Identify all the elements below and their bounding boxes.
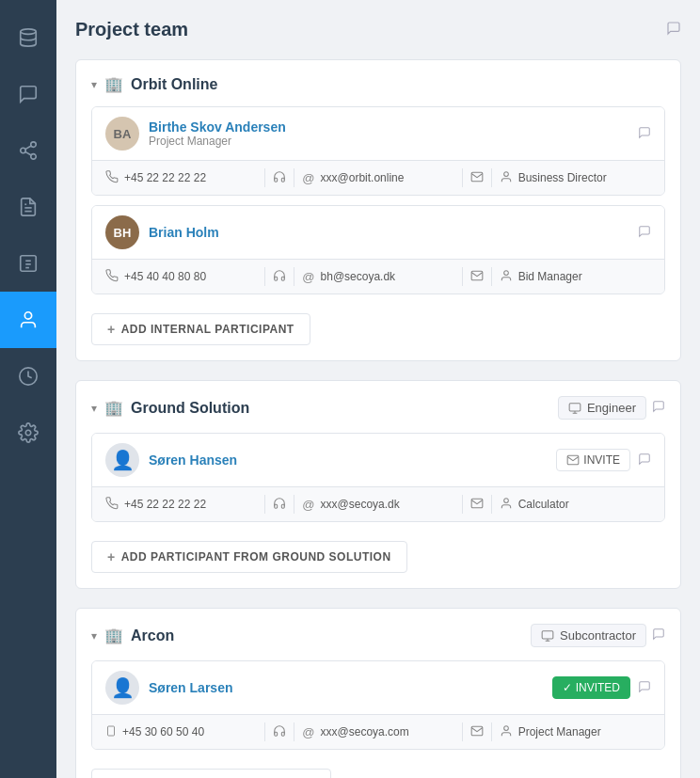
headset-icon[interactable]	[273, 170, 286, 186]
divider	[462, 267, 463, 286]
person-chat-icon[interactable]	[638, 225, 651, 241]
section-header: ▾ 🏢 Arcon Subcontractor	[91, 624, 665, 647]
sidebar-item-tasks[interactable]	[0, 235, 56, 292]
person-role: Project Manager	[149, 135, 628, 148]
sidebar-item-settings[interactable]	[0, 405, 56, 461]
email-address: bh@secoya.dk	[321, 270, 396, 283]
sidebar-item-chat[interactable]	[0, 66, 56, 122]
divider	[462, 722, 463, 741]
person-title: Business Director	[518, 171, 607, 184]
person-name[interactable]: Søren Hansen	[149, 453, 547, 468]
phone-icon	[105, 724, 117, 740]
add-participant-button[interactable]: + ADD PARTICIPANT FROM GROUND SOLUTION	[91, 541, 407, 573]
svg-line-5	[25, 146, 31, 150]
person-actions	[638, 225, 651, 241]
svg-point-16	[503, 270, 508, 275]
contact-row: +45 40 40 80 80 @ bh@secoya.dk Bid Manag…	[92, 259, 664, 294]
person-card-brian: BH Brian Holm +45 40 40 80 80	[91, 205, 665, 294]
phone-item: +45 40 40 80 80	[105, 269, 257, 285]
title-item: Business Director	[500, 170, 651, 186]
phone-number: +45 30 60 50 40	[122, 725, 204, 738]
person-name[interactable]: Brian Holm	[149, 225, 628, 240]
section-title: Ground Solution	[131, 400, 249, 417]
section-header: ▾ 🏢 Ground Solution Engineer	[91, 396, 665, 420]
person-actions: ✓ INVITED	[552, 676, 651, 699]
headset-icon[interactable]	[273, 497, 286, 513]
page-header: Project team	[75, 19, 681, 40]
svg-point-20	[503, 498, 508, 502]
person-header: 👤 Søren Hansen INVITE	[92, 434, 664, 486]
invited-button[interactable]: ✓ INVITED	[552, 676, 630, 699]
person-chat-icon[interactable]	[638, 680, 651, 696]
phone-icon	[105, 170, 119, 186]
person-info: Brian Holm	[149, 225, 628, 240]
person-info: Søren Larsen	[149, 680, 543, 695]
email-icon[interactable]	[470, 269, 484, 285]
plus-icon: +	[107, 549, 116, 564]
invite-button[interactable]: INVITE	[556, 449, 630, 471]
svg-point-26	[503, 725, 508, 730]
divider	[264, 722, 265, 741]
avatar: 👤	[105, 671, 139, 705]
section-badge: Engineer	[558, 396, 665, 420]
section-chat-icon[interactable]	[652, 627, 665, 643]
email-address: xxx@secoya.dk	[321, 498, 400, 511]
phone-item: +45 30 60 50 40	[105, 724, 257, 740]
contact-row: +45 22 22 22 22 @ xxx@orbit.online Busin…	[92, 160, 664, 195]
divider	[491, 168, 492, 187]
sections-container: ▾ 🏢 Orbit Online BA Birthe Skov Andersen…	[75, 59, 681, 778]
add-participant-label: ADD INTERNAL PARTICIPANT	[121, 323, 294, 336]
person-card-soren-larsen: 👤 Søren Larsen ✓ INVITED +45 30 60 50 40	[91, 660, 665, 750]
section-orbit-online: ▾ 🏢 Orbit Online BA Birthe Skov Andersen…	[75, 59, 681, 361]
avatar: BH	[105, 215, 139, 249]
divider	[264, 495, 265, 514]
add-participant-button[interactable]: + ADD PARTICIPANT FROM ARCON	[91, 769, 331, 778]
page-chat-icon[interactable]	[666, 21, 681, 39]
person-header: 👤 Søren Larsen ✓ INVITED	[92, 661, 664, 714]
sidebar-item-docs[interactable]	[0, 179, 56, 235]
sidebar-item-share[interactable]	[0, 122, 56, 179]
email-icon[interactable]	[470, 497, 484, 513]
sidebar	[0, 0, 56, 778]
person-name[interactable]: Birthe Skov Andersen	[149, 119, 628, 135]
section-arcon: ▾ 🏢 Arcon Subcontractor 👤 Søren Larsen	[75, 608, 681, 778]
sidebar-item-clock[interactable]	[0, 348, 56, 405]
person-chat-icon[interactable]	[638, 453, 651, 468]
svg-point-3	[31, 154, 37, 160]
title-item: Project Manager	[500, 724, 651, 740]
add-participant-button[interactable]: + ADD INTERNAL PARTICIPANT	[91, 313, 310, 345]
email-item: @ bh@secoya.dk	[302, 270, 453, 284]
headset-icon[interactable]	[273, 269, 286, 285]
person-icon	[500, 497, 513, 513]
badge-label: Subcontractor	[531, 624, 646, 647]
avatar: BA	[105, 117, 139, 151]
svg-rect-21	[542, 630, 553, 638]
person-chat-icon[interactable]	[638, 126, 651, 142]
email-icon[interactable]	[470, 724, 484, 740]
divider	[491, 495, 492, 514]
divider	[462, 168, 463, 187]
chevron-icon[interactable]: ▾	[91, 402, 97, 415]
section-badge: Subcontractor	[531, 624, 665, 647]
person-icon	[500, 724, 513, 740]
title-item: Calculator	[500, 497, 651, 513]
email-item: @ xxx@secoya.com	[302, 725, 453, 739]
person-header: BA Birthe Skov Andersen Project Manager	[92, 107, 664, 160]
divider	[491, 267, 492, 286]
main-content: Project team ▾ 🏢 Orbit Online BA Birthe …	[56, 0, 700, 778]
building-icon: 🏢	[104, 75, 123, 93]
section-ground-solution: ▾ 🏢 Ground Solution Engineer 👤 Søren Han…	[75, 380, 681, 589]
sidebar-item-people[interactable]	[0, 292, 56, 348]
person-name[interactable]: Søren Larsen	[149, 680, 543, 695]
page-title: Project team	[75, 19, 188, 40]
contact-row: +45 30 60 50 40 @ xxx@secoya.com Project	[92, 714, 664, 749]
add-participant-label: ADD PARTICIPANT FROM GROUND SOLUTION	[121, 550, 391, 564]
email-icon[interactable]	[470, 170, 484, 186]
headset-icon[interactable]	[273, 724, 286, 740]
person-title: Bid Manager	[518, 270, 582, 283]
divider	[294, 168, 294, 187]
sidebar-item-database[interactable]	[0, 9, 56, 66]
section-chat-icon[interactable]	[652, 400, 665, 416]
chevron-icon[interactable]: ▾	[91, 78, 97, 91]
chevron-icon[interactable]: ▾	[91, 629, 97, 643]
